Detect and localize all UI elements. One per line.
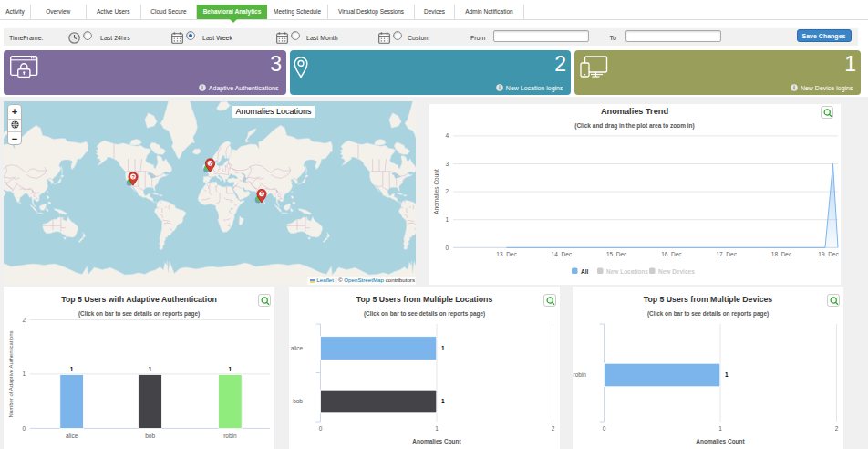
svg-text:?: ?	[209, 160, 212, 165]
svg-text:1: 1	[149, 366, 152, 372]
svg-text:2: 2	[552, 425, 555, 432]
svg-text:0: 0	[22, 425, 26, 432]
svg-text:(Click on bar to see details o: (Click on bar to see details on reports …	[78, 310, 200, 318]
svg-text:17. Dec: 17. Dec	[716, 251, 737, 257]
svg-text:(Click on bar to see details o: (Click on bar to see details on reports …	[364, 310, 485, 318]
svg-text:2: 2	[835, 425, 839, 432]
svg-text:19. Dec: 19. Dec	[818, 251, 839, 257]
svg-text:?: ?	[131, 173, 135, 179]
svg-text:Anomalies Count: Anomalies Count	[696, 438, 745, 444]
svg-text:Number of Adaptive Authenticat: Number of Adaptive Authentications	[8, 330, 14, 417]
svg-text:robin: robin	[574, 371, 587, 378]
svg-text:0: 0	[445, 245, 449, 251]
svg-text:robin: robin	[223, 433, 237, 439]
svg-text:(Click and drag in the plot ar: (Click and drag in the plot area to zoom…	[574, 122, 694, 130]
svg-text:4: 4	[445, 132, 449, 139]
svg-text:1: 1	[718, 425, 722, 432]
svg-text:1: 1	[22, 371, 26, 377]
svg-text:(Click on bar to see details o: (Click on bar to see details on reports …	[647, 310, 769, 318]
svg-text:All: All	[581, 268, 589, 275]
svg-text:15. Dec: 15. Dec	[606, 251, 627, 257]
svg-text:bob: bob	[293, 398, 303, 404]
svg-text:1: 1	[441, 398, 445, 404]
svg-text:Top 5 Users from Multiple Loca: Top 5 Users from Multiple Locations	[356, 295, 493, 304]
svg-text:1: 1	[435, 425, 439, 432]
svg-text:16. Dec: 16. Dec	[661, 251, 682, 257]
svg-text:Anomalies Count: Anomalies Count	[412, 438, 461, 444]
svg-text:Anomalies Count: Anomalies Count	[433, 169, 439, 214]
svg-text:bob: bob	[145, 433, 155, 439]
svg-text:New Devices: New Devices	[658, 268, 695, 275]
svg-text:1: 1	[441, 345, 445, 351]
svg-text:New Locations: New Locations	[606, 268, 648, 275]
svg-text:14. Dec: 14. Dec	[552, 251, 573, 257]
svg-text:?: ?	[260, 191, 264, 196]
svg-text:0: 0	[319, 425, 323, 432]
svg-text:2: 2	[22, 317, 26, 323]
svg-text:1: 1	[725, 371, 728, 378]
svg-text:Top 5 Users with Adaptive Auth: Top 5 Users with Adaptive Authentication	[61, 295, 217, 304]
svg-text:alice: alice	[66, 433, 78, 439]
svg-text:18. Dec: 18. Dec	[771, 251, 792, 257]
svg-text:Top 5 Users from Multiple Devi: Top 5 Users from Multiple Devices	[644, 295, 772, 304]
svg-text:1: 1	[445, 216, 449, 223]
svg-text:1: 1	[70, 366, 74, 372]
svg-text:1: 1	[229, 366, 232, 372]
svg-text:2: 2	[445, 188, 449, 194]
svg-text:3: 3	[445, 161, 449, 167]
svg-text:0: 0	[603, 425, 606, 432]
svg-text:Anomalies Trend: Anomalies Trend	[601, 107, 668, 116]
svg-text:alice: alice	[291, 345, 304, 351]
svg-text:13. Dec: 13. Dec	[496, 251, 517, 257]
